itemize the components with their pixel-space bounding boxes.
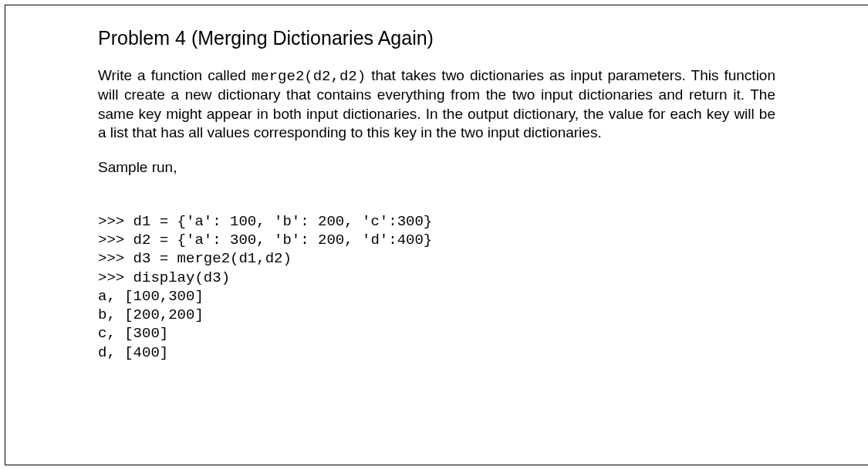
code-line: >>> d2 = {'a': 300, 'b': 200, 'd':400} [98, 232, 432, 249]
code-line: >>> d3 = merge2(d1,d2) [98, 250, 292, 267]
code-line: d, [400] [98, 344, 168, 361]
code-line: c, [300] [98, 325, 168, 342]
code-line: a, [100,300] [98, 288, 204, 305]
code-line: b, [200,200] [98, 306, 204, 323]
problem-description: Write a function called merge2(d2,d2) th… [98, 66, 775, 142]
code-line: >>> d1 = {'a': 100, 'b': 200, 'c':300} [98, 213, 432, 230]
desc-part-1: Write a function called [98, 67, 252, 83]
code-block: >>> d1 = {'a': 100, 'b': 200, 'c':300} >… [98, 193, 775, 362]
desc-inline-code: merge2(d2,d2) [252, 68, 366, 85]
problem-heading: Problem 4 (Merging Dictionaries Again) [98, 27, 775, 49]
code-line: >>> display(d3) [98, 269, 230, 286]
document-page: Problem 4 (Merging Dictionaries Again) W… [5, 5, 868, 465]
sample-run-label: Sample run, [98, 159, 775, 176]
